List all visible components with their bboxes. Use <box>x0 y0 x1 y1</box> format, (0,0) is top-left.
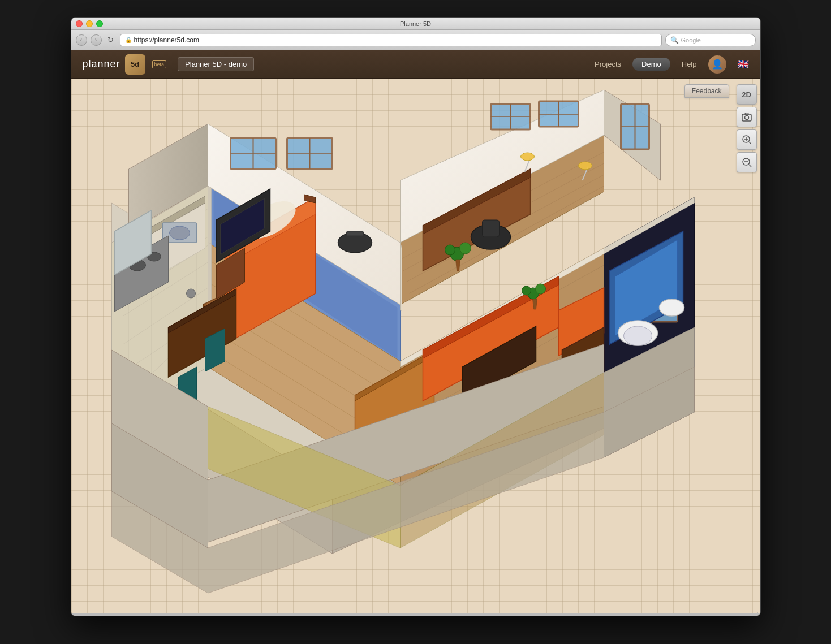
maximize-button[interactable] <box>96 20 103 27</box>
main-content: Feedback <box>71 79 760 616</box>
svg-marker-43 <box>208 243 211 305</box>
language-flag[interactable]: 🇬🇧 <box>738 59 749 70</box>
svg-line-133 <box>749 165 751 167</box>
svg-point-87 <box>186 289 195 298</box>
address-bar: ‹ › ↻ 🔒 https://planner5d.com 🔍 Google <box>71 30 760 50</box>
logo-text: planner <box>83 58 120 70</box>
screenshot-button[interactable] <box>737 107 757 127</box>
floor-plan-area[interactable] <box>83 90 729 610</box>
search-field[interactable]: 🔍 Google <box>665 34 756 46</box>
svg-line-134 <box>755 611 759 616</box>
close-button[interactable] <box>76 20 83 27</box>
forward-button[interactable]: › <box>91 34 102 46</box>
reload-button[interactable]: ↻ <box>105 34 117 46</box>
search-icon: 🔍 <box>670 36 679 44</box>
svg-point-115 <box>623 326 652 345</box>
svg-marker-39 <box>400 243 402 310</box>
minimize-button[interactable] <box>86 20 93 27</box>
nav-right: Projects Demo Help 👤 🇬🇧 <box>595 55 748 74</box>
right-toolbar: 2D <box>737 84 757 172</box>
zoom-out-button[interactable] <box>737 152 757 172</box>
logo-area: planner 5d beta <box>83 54 167 75</box>
svg-point-116 <box>659 299 684 316</box>
nav-demo[interactable]: Demo <box>632 58 670 71</box>
title-bar: Planner 5D <box>71 18 760 30</box>
svg-point-125 <box>744 116 748 120</box>
project-name[interactable]: Planner 5D - demo <box>178 57 254 71</box>
resize-handle[interactable] <box>752 608 759 615</box>
lock-icon: 🔒 <box>125 37 132 43</box>
svg-point-96 <box>520 153 534 161</box>
svg-rect-72 <box>346 231 363 236</box>
nav-projects[interactable]: Projects <box>595 60 621 68</box>
svg-point-99 <box>445 245 455 255</box>
svg-line-130 <box>749 142 751 144</box>
browser-window: Planner 5D ‹ › ↻ 🔒 https://planner5d.com… <box>71 17 761 616</box>
svg-line-135 <box>757 613 759 616</box>
svg-point-102 <box>578 162 592 170</box>
search-placeholder: Google <box>681 37 701 44</box>
beta-tag: beta <box>152 60 167 68</box>
app-navbar: planner 5d beta Planner 5D - demo Projec… <box>71 50 760 79</box>
svg-point-98 <box>459 243 471 254</box>
svg-rect-94 <box>482 220 499 237</box>
back-button[interactable]: ‹ <box>76 34 87 46</box>
logo-badge: 5d <box>125 54 145 75</box>
window-controls <box>76 20 103 27</box>
svg-point-109 <box>522 286 531 295</box>
svg-point-78 <box>169 226 190 240</box>
zoom-in-button[interactable] <box>737 129 757 150</box>
url-text: https://planner5d.com <box>134 36 199 44</box>
view-2d-button[interactable]: 2D <box>737 84 757 105</box>
nav-help[interactable]: Help <box>682 60 697 68</box>
avatar: 👤 <box>708 55 726 74</box>
url-field[interactable]: 🔒 https://planner5d.com <box>120 34 662 46</box>
svg-point-108 <box>535 284 545 294</box>
window-title: Planner 5D <box>400 20 431 27</box>
floor-plan-svg <box>83 90 729 610</box>
